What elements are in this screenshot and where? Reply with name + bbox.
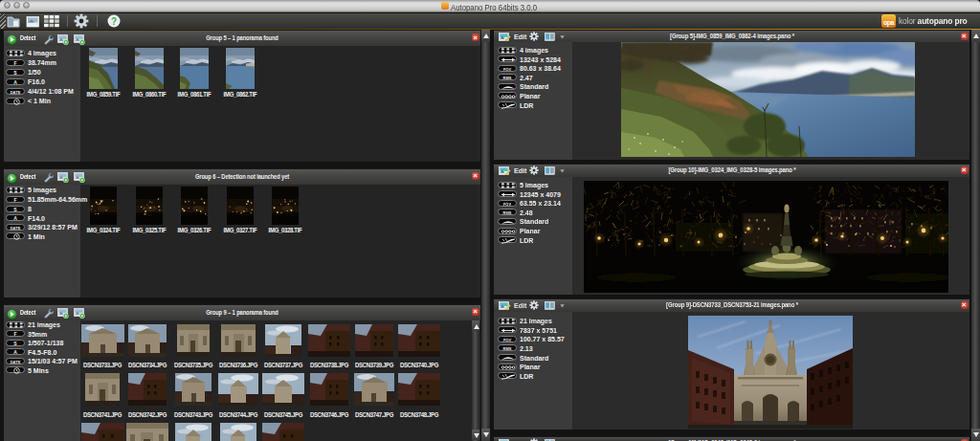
svg-text:opa: opa [883,19,895,27]
svg-text:?: ? [111,16,117,27]
